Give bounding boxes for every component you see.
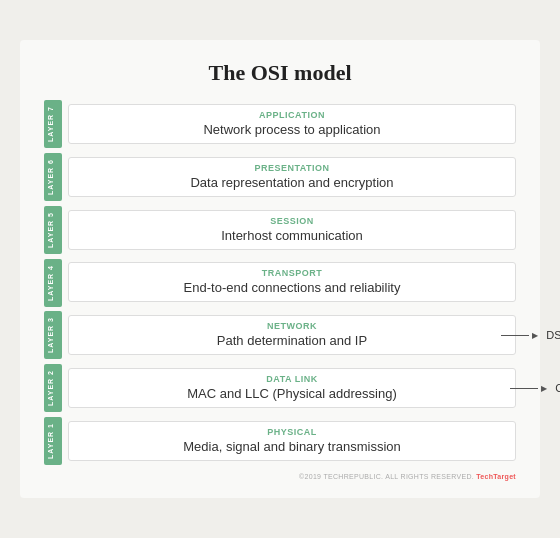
layer-box: NETWORKPath determination and IP <box>68 315 516 355</box>
layer-badge: Layer 4 <box>44 259 62 307</box>
layer-desc: Network process to application <box>79 122 505 137</box>
layer-row: Layer 2DATA LINKMAC and LLC (Physical ad… <box>44 364 516 412</box>
layer-annotation: DSCP value <box>501 329 560 341</box>
layer-badge: Layer 7 <box>44 100 62 148</box>
layer-sublabel: PRESENTATION <box>79 163 505 173</box>
layer-badge: Layer 3 <box>44 311 62 359</box>
layer-row: Layer 4TRANSPORTEnd-to-end connections a… <box>44 259 516 307</box>
layer-box: PRESENTATIONData representation and encr… <box>68 157 516 197</box>
layer-row: Layer 7APPLICATIONNetwork process to app… <box>44 100 516 148</box>
layer-desc: Data representation and encryption <box>79 175 505 190</box>
layer-desc: Media, signal and binary transmission <box>79 439 505 454</box>
layer-box: PHYSICALMedia, signal and binary transmi… <box>68 421 516 461</box>
layer-annotation: CoS value <box>510 382 560 394</box>
layer-desc: End-to-end connections and reliability <box>79 280 505 295</box>
layer-row: Layer 1PHYSICALMedia, signal and binary … <box>44 417 516 465</box>
layer-badge: Layer 2 <box>44 364 62 412</box>
layer-box: DATA LINKMAC and LLC (Physical addressin… <box>68 368 516 408</box>
layer-row: Layer 6PRESENTATIONData representation a… <box>44 153 516 201</box>
layer-badge: Layer 5 <box>44 206 62 254</box>
layer-desc: Interhost communication <box>79 228 505 243</box>
layer-sublabel: TRANSPORT <box>79 268 505 278</box>
layer-desc: Path determination and IP <box>79 333 505 348</box>
layer-sublabel: NETWORK <box>79 321 505 331</box>
annotation-label: CoS value <box>555 382 560 394</box>
layer-desc: MAC and LLC (Physical addressing) <box>79 386 505 401</box>
layer-sublabel: APPLICATION <box>79 110 505 120</box>
annotation-arrow-icon <box>501 331 542 340</box>
watermark: ©2019 TECHREPUBLIC. ALL RIGHTS RESERVED.… <box>44 473 516 480</box>
layers-list: Layer 7APPLICATIONNetwork process to app… <box>44 100 516 465</box>
layer-box: APPLICATIONNetwork process to applicatio… <box>68 104 516 144</box>
layer-box: TRANSPORTEnd-to-end connections and reli… <box>68 262 516 302</box>
page-title: The OSI model <box>44 60 516 86</box>
layer-badge: Layer 6 <box>44 153 62 201</box>
layer-row: Layer 3NETWORKPath determination and IPD… <box>44 311 516 359</box>
layer-row: Layer 5SESSIONInterhost communication <box>44 206 516 254</box>
layer-sublabel: SESSION <box>79 216 505 226</box>
layer-box: SESSIONInterhost communication <box>68 210 516 250</box>
annotation-label: DSCP value <box>546 329 560 341</box>
osi-model-card: The OSI model Layer 7APPLICATIONNetwork … <box>20 40 540 498</box>
annotation-arrow-icon <box>510 384 551 393</box>
layer-sublabel: DATA LINK <box>79 374 505 384</box>
layer-badge: Layer 1 <box>44 417 62 465</box>
layer-sublabel: PHYSICAL <box>79 427 505 437</box>
